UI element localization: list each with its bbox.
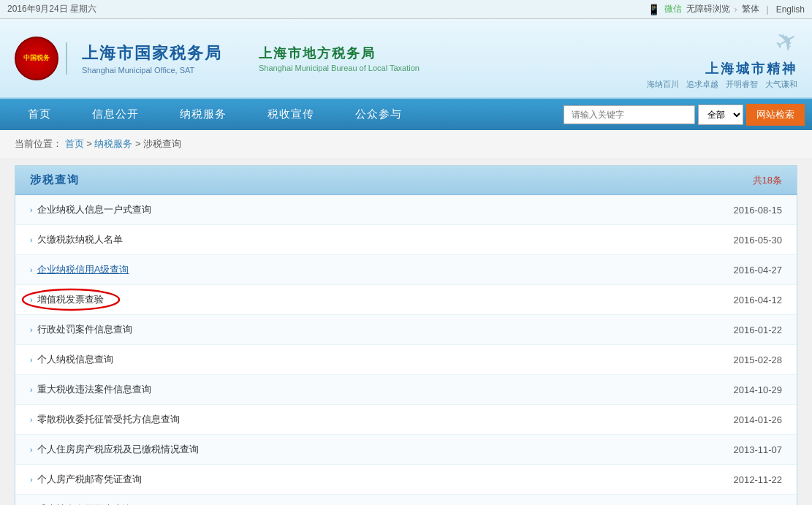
table-row: › 个人住房房产税应税及已缴税情况查询 2013-11-07 <box>15 435 797 465</box>
table-row: › 个人房产税邮寄凭证查询 2012-11-22 <box>15 465 797 495</box>
weixin-label[interactable]: 微信 <box>664 3 682 15</box>
row-link-1[interactable]: › 企业纳税人信息一户式查询 <box>30 203 151 216</box>
header-mid: 上海市地方税务局 Shanghai Municipal Bureau of Lo… <box>259 45 420 72</box>
row-link-10[interactable]: › 个人房产税邮寄凭证查询 <box>30 473 142 486</box>
row-date-6: 2015-02-28 <box>734 354 783 365</box>
row-title-1: 企业纳税人信息一户式查询 <box>37 203 151 216</box>
spirit-item-2: 追求卓越 <box>686 79 718 90</box>
top-bar-right: 📱 微信 无障碍浏览 › 繁体 | English <box>648 3 805 15</box>
row-date-2: 2016-05-30 <box>734 235 783 246</box>
row-link-2[interactable]: › 欠缴税款纳税人名单 <box>30 233 123 246</box>
top-bar-divider: | <box>767 4 769 15</box>
search-input[interactable] <box>564 105 695 124</box>
breadcrumb-current: 涉税查询 <box>143 138 181 149</box>
table-row: › 个人纳税信息查询 2015-02-28 <box>15 345 797 375</box>
row-date-10: 2012-11-22 <box>734 474 783 485</box>
row-title-3: 企业纳税信用A级查询 <box>37 263 129 276</box>
row-arrow-7: › <box>30 385 33 394</box>
logo-emblem: 中国税务 <box>15 37 58 80</box>
row-link-9[interactable]: › 个人住房房产税应税及已缴税情况查询 <box>30 443 199 456</box>
table-row: › 零散税收委托征管受托方信息查询 2014-01-26 <box>15 405 797 435</box>
nav-public[interactable]: 公众参与 <box>335 99 422 130</box>
table-row: › 丢失被盗发票网上查询 2012-09-21 <box>15 495 797 505</box>
table-row: › 行政处罚案件信息查询 2016-01-22 <box>15 315 797 345</box>
row-date-8: 2014-01-26 <box>734 414 783 425</box>
local-tax-subtitle: Shanghai Municipal Bureau of Local Taxat… <box>259 64 420 72</box>
header-logo: 中国税务 上海市国家税务局 Shanghai Municipal Office,… <box>15 37 222 80</box>
breadcrumb-tax-service[interactable]: 纳税服务 <box>94 138 132 149</box>
row-title-5: 行政处罚案件信息查询 <box>37 323 132 336</box>
row-date-4: 2016-04-12 <box>734 295 783 305</box>
breadcrumb-sep2: > <box>135 138 143 149</box>
table-header: 涉税查询 共18条 <box>15 166 797 195</box>
national-tax-subtitle: Shanghai Municipal Office, SAT <box>82 66 222 75</box>
plane-icon: ✈ <box>770 23 804 60</box>
row-link-6[interactable]: › 个人纳税信息查询 <box>30 353 113 366</box>
weixin-icon: 📱 <box>648 4 660 15</box>
nav-info[interactable]: 信息公开 <box>72 99 159 130</box>
nav-tax-service[interactable]: 纳税服务 <box>159 99 247 130</box>
row-arrow-3: › <box>30 265 33 274</box>
results-table: 涉税查询 共18条 › 企业纳税人信息一户式查询 2016-08-15 › 欠缴… <box>15 165 797 505</box>
row-title-8: 零散税收委托征管受托方信息查询 <box>37 413 180 426</box>
header: 中国税务 上海市国家税务局 Shanghai Municipal Office,… <box>0 19 812 99</box>
search-button[interactable]: 网站检索 <box>746 104 805 126</box>
svg-point-0 <box>23 289 119 310</box>
row-arrow-5: › <box>30 325 33 334</box>
traditional-link[interactable]: 繁体 <box>742 3 759 15</box>
row-title-2: 欠缴税款纳税人名单 <box>37 233 123 246</box>
table-row-highlighted: › 增值税发票查验 2016-04-12 <box>15 285 797 315</box>
row-title-7: 重大税收违法案件信息查询 <box>37 383 151 396</box>
header-titles-national: 上海市国家税务局 Shanghai Municipal Office, SAT <box>66 42 222 75</box>
row-title-10: 个人房产税邮寄凭证查询 <box>37 473 142 486</box>
table-title: 涉税查询 <box>30 173 80 187</box>
row-link-7[interactable]: › 重大税收违法案件信息查询 <box>30 383 151 396</box>
table-row: › 重大税收违法案件信息查询 2014-10-29 <box>15 375 797 405</box>
search-scope-select[interactable]: 全部 <box>698 105 743 125</box>
main-nav: 首页 信息公开 纳税服务 税收宣传 公众参与 全部 网站检索 <box>0 99 812 130</box>
row-title-6: 个人纳税信息查询 <box>37 353 113 366</box>
row-arrow-1: › <box>30 205 33 214</box>
spirit-item-3: 开明睿智 <box>726 79 758 90</box>
header-right: ✈ 上海城市精神 海纳百川 追求卓越 开明睿智 大气谦和 <box>647 26 797 90</box>
main-content: 涉税查询 共18条 › 企业纳税人信息一户式查询 2016-08-15 › 欠缴… <box>0 158 812 505</box>
table-row: › 企业纳税人信息一户式查询 2016-08-15 <box>15 195 797 225</box>
table-row: › 欠缴税款纳税人名单 2016-05-30 <box>15 225 797 255</box>
spirit-item-4: 大气谦和 <box>765 79 797 90</box>
breadcrumb-sep1: > <box>86 138 94 149</box>
spirit-title: 上海城市精神 <box>705 60 797 77</box>
row-arrow-2: › <box>30 235 33 244</box>
row-link-4[interactable]: › 增值税发票查验 <box>30 293 104 306</box>
no-barrier-link[interactable]: 无障碍浏览 <box>686 3 730 15</box>
breadcrumb: 当前位置： 首页 > 纳税服务 > 涉税查询 <box>0 130 812 158</box>
row-link-5[interactable]: › 行政处罚案件信息查询 <box>30 323 132 336</box>
row-link-8[interactable]: › 零散税收委托征管受托方信息查询 <box>30 413 180 426</box>
national-tax-title: 上海市国家税务局 <box>82 42 222 64</box>
circle-highlight <box>20 287 122 312</box>
table-row: › 企业纳税信用A级查询 2016-04-27 <box>15 255 797 285</box>
logo-text: 中国税务 <box>23 54 50 62</box>
date-display: 2016年9月24日 星期六 <box>7 3 96 15</box>
spirit-item-1: 海纳百川 <box>647 79 679 90</box>
row-date-5: 2016-01-22 <box>734 324 783 335</box>
row-date-3: 2016-04-27 <box>734 265 783 276</box>
breadcrumb-home[interactable]: 首页 <box>65 138 84 149</box>
nav-home[interactable]: 首页 <box>7 99 72 130</box>
nav-promotion[interactable]: 税收宣传 <box>247 99 335 130</box>
row-arrow-6: › <box>30 355 33 364</box>
row-link-3[interactable]: › 企业纳税信用A级查询 <box>30 263 129 276</box>
top-bar: 2016年9月24日 星期六 📱 微信 无障碍浏览 › 繁体 | English <box>0 0 812 19</box>
row-arrow-8: › <box>30 415 33 424</box>
row-date-1: 2016-08-15 <box>734 205 783 216</box>
row-arrow-9: › <box>30 445 33 454</box>
row-arrow-10: › <box>30 475 33 484</box>
table-count: 共18条 <box>753 174 782 187</box>
nav-search: 全部 网站检索 <box>564 104 805 126</box>
top-divider1: › <box>735 4 737 15</box>
local-tax-title: 上海市地方税务局 <box>259 45 420 62</box>
row-date-9: 2013-11-07 <box>734 444 783 455</box>
row-title-9: 个人住房房产税应税及已缴税情况查询 <box>37 443 199 456</box>
spirit-items: 海纳百川 追求卓越 开明睿智 大气谦和 <box>647 79 797 90</box>
english-link[interactable]: English <box>776 4 805 15</box>
breadcrumb-prefix: 当前位置： <box>15 138 62 149</box>
